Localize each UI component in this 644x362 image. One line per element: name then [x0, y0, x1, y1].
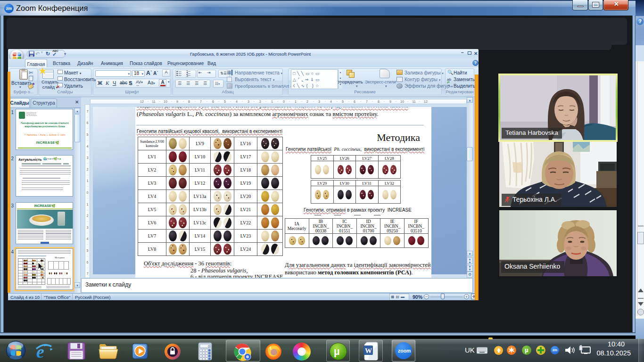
- svg-text:µ: µ: [334, 346, 340, 357]
- svg-text:W: W: [365, 347, 372, 354]
- svg-text:0: 0: [208, 345, 210, 348]
- svg-text:zoom: zoom: [398, 348, 411, 354]
